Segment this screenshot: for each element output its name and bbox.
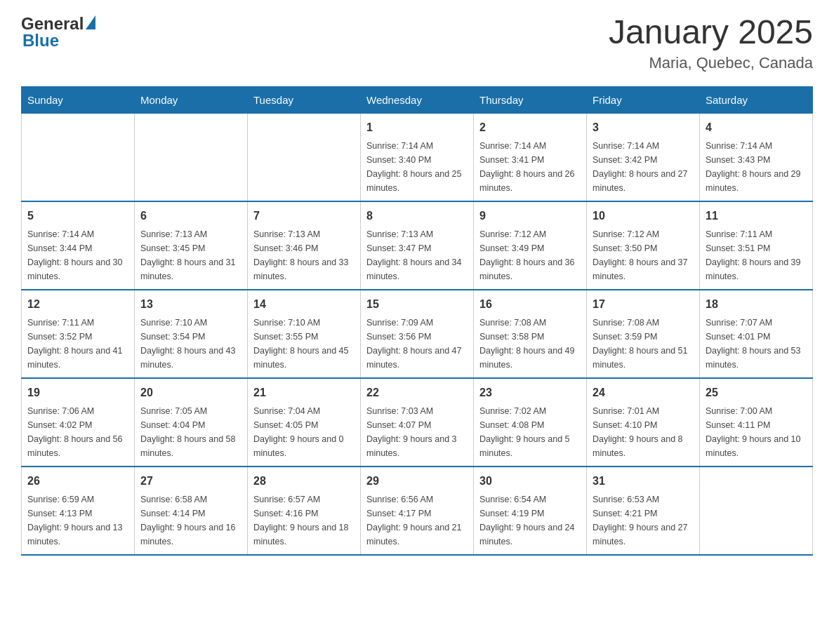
day-number: 6 — [140, 208, 241, 224]
day-number: 23 — [479, 384, 581, 401]
day-info: Sunrise: 7:14 AMSunset: 3:43 PMDaylight:… — [706, 139, 807, 195]
calendar-cell: 7Sunrise: 7:13 AMSunset: 3:46 PMDaylight… — [248, 201, 361, 290]
calendar-header: SundayMondayTuesdayWednesdayThursdayFrid… — [22, 86, 813, 113]
day-info: Sunrise: 7:14 AMSunset: 3:40 PMDaylight:… — [366, 139, 468, 195]
day-number: 21 — [253, 384, 355, 401]
page-header: General Blue January 2025 Maria, Quebec,… — [21, 14, 813, 72]
day-info: Sunrise: 6:59 AMSunset: 4:13 PMDaylight:… — [27, 492, 128, 549]
day-number: 27 — [140, 473, 241, 490]
logo: General Blue — [21, 14, 95, 51]
day-number: 1 — [366, 119, 468, 136]
calendar-cell: 8Sunrise: 7:13 AMSunset: 3:47 PMDaylight… — [361, 201, 474, 290]
day-info: Sunrise: 7:07 AMSunset: 4:01 PMDaylight:… — [706, 316, 807, 372]
calendar-cell — [700, 467, 813, 555]
day-info: Sunrise: 7:09 AMSunset: 3:56 PMDaylight:… — [366, 316, 468, 372]
day-info: Sunrise: 7:10 AMSunset: 3:55 PMDaylight:… — [253, 316, 355, 372]
calendar-cell: 21Sunrise: 7:04 AMSunset: 4:05 PMDayligh… — [248, 378, 361, 467]
day-info: Sunrise: 6:57 AMSunset: 4:16 PMDaylight:… — [253, 492, 355, 549]
page-title: January 2025 — [609, 14, 813, 51]
calendar-cell: 23Sunrise: 7:02 AMSunset: 4:08 PMDayligh… — [474, 378, 587, 467]
day-number: 25 — [706, 384, 807, 401]
calendar-cell: 9Sunrise: 7:12 AMSunset: 3:49 PMDaylight… — [474, 201, 587, 290]
calendar-cell: 2Sunrise: 7:14 AMSunset: 3:41 PMDaylight… — [474, 113, 587, 201]
calendar-cell: 26Sunrise: 6:59 AMSunset: 4:13 PMDayligh… — [22, 467, 135, 555]
day-number: 11 — [706, 208, 807, 224]
calendar-cell: 25Sunrise: 7:00 AMSunset: 4:11 PMDayligh… — [700, 378, 813, 467]
day-info: Sunrise: 7:11 AMSunset: 3:52 PMDaylight:… — [27, 316, 128, 372]
day-number: 15 — [366, 296, 468, 313]
day-number: 8 — [366, 208, 468, 224]
day-header-friday: Friday — [587, 86, 700, 113]
day-number: 28 — [253, 473, 355, 490]
logo-triangle — [86, 15, 95, 29]
day-number: 31 — [593, 473, 694, 490]
day-info: Sunrise: 6:58 AMSunset: 4:14 PMDaylight:… — [140, 492, 241, 549]
calendar-cell: 10Sunrise: 7:12 AMSunset: 3:50 PMDayligh… — [587, 201, 700, 290]
calendar-cell: 17Sunrise: 7:08 AMSunset: 3:59 PMDayligh… — [587, 290, 700, 378]
day-info: Sunrise: 7:13 AMSunset: 3:45 PMDaylight:… — [140, 227, 241, 283]
day-header-wednesday: Wednesday — [361, 86, 474, 113]
day-number: 12 — [27, 296, 128, 313]
calendar-cell: 18Sunrise: 7:07 AMSunset: 4:01 PMDayligh… — [700, 290, 813, 378]
calendar-cell: 11Sunrise: 7:11 AMSunset: 3:51 PMDayligh… — [700, 201, 813, 290]
calendar-cell: 4Sunrise: 7:14 AMSunset: 3:43 PMDaylight… — [700, 113, 813, 201]
day-info: Sunrise: 7:14 AMSunset: 3:42 PMDaylight:… — [593, 139, 694, 195]
day-header-sunday: Sunday — [22, 86, 135, 113]
day-info: Sunrise: 7:02 AMSunset: 4:08 PMDaylight:… — [479, 404, 581, 460]
day-number: 16 — [479, 296, 581, 313]
day-info: Sunrise: 7:13 AMSunset: 3:46 PMDaylight:… — [253, 227, 355, 283]
calendar-table: SundayMondayTuesdayWednesdayThursdayFrid… — [21, 86, 813, 556]
day-number: 9 — [479, 208, 581, 224]
calendar-cell: 20Sunrise: 7:05 AMSunset: 4:04 PMDayligh… — [135, 378, 248, 467]
day-number: 10 — [593, 208, 694, 224]
day-header-tuesday: Tuesday — [248, 86, 361, 113]
day-info: Sunrise: 7:10 AMSunset: 3:54 PMDaylight:… — [140, 316, 241, 372]
day-info: Sunrise: 7:12 AMSunset: 3:49 PMDaylight:… — [479, 227, 581, 283]
day-number: 7 — [253, 208, 355, 224]
day-number: 4 — [706, 119, 807, 136]
day-info: Sunrise: 7:05 AMSunset: 4:04 PMDaylight:… — [140, 404, 241, 460]
calendar-cell: 5Sunrise: 7:14 AMSunset: 3:44 PMDaylight… — [22, 201, 135, 290]
calendar-cell: 28Sunrise: 6:57 AMSunset: 4:16 PMDayligh… — [248, 467, 361, 555]
day-info: Sunrise: 7:03 AMSunset: 4:07 PMDaylight:… — [366, 404, 468, 460]
day-number: 5 — [27, 208, 128, 224]
day-number: 30 — [479, 473, 581, 490]
calendar-cell: 12Sunrise: 7:11 AMSunset: 3:52 PMDayligh… — [22, 290, 135, 378]
calendar-cell: 29Sunrise: 6:56 AMSunset: 4:17 PMDayligh… — [361, 467, 474, 555]
calendar-week-2: 5Sunrise: 7:14 AMSunset: 3:44 PMDaylight… — [22, 201, 813, 290]
calendar-week-1: 1Sunrise: 7:14 AMSunset: 3:40 PMDaylight… — [22, 113, 813, 201]
day-info: Sunrise: 7:01 AMSunset: 4:10 PMDaylight:… — [593, 404, 694, 460]
calendar-cell: 3Sunrise: 7:14 AMSunset: 3:42 PMDaylight… — [587, 113, 700, 201]
day-header-row: SundayMondayTuesdayWednesdayThursdayFrid… — [22, 86, 813, 113]
calendar-week-5: 26Sunrise: 6:59 AMSunset: 4:13 PMDayligh… — [22, 467, 813, 555]
calendar-cell — [248, 113, 361, 201]
calendar-week-3: 12Sunrise: 7:11 AMSunset: 3:52 PMDayligh… — [22, 290, 813, 378]
calendar-week-4: 19Sunrise: 7:06 AMSunset: 4:02 PMDayligh… — [22, 378, 813, 467]
day-number: 2 — [479, 119, 581, 136]
calendar-cell: 15Sunrise: 7:09 AMSunset: 3:56 PMDayligh… — [361, 290, 474, 378]
calendar-cell: 19Sunrise: 7:06 AMSunset: 4:02 PMDayligh… — [22, 378, 135, 467]
day-info: Sunrise: 7:04 AMSunset: 4:05 PMDaylight:… — [253, 404, 355, 460]
day-info: Sunrise: 7:08 AMSunset: 3:59 PMDaylight:… — [593, 316, 694, 372]
day-number: 14 — [253, 296, 355, 313]
calendar-cell: 22Sunrise: 7:03 AMSunset: 4:07 PMDayligh… — [361, 378, 474, 467]
day-info: Sunrise: 7:14 AMSunset: 3:44 PMDaylight:… — [27, 227, 128, 283]
page-subtitle: Maria, Quebec, Canada — [609, 54, 813, 72]
calendar-cell: 6Sunrise: 7:13 AMSunset: 3:45 PMDaylight… — [135, 201, 248, 290]
calendar-cell: 16Sunrise: 7:08 AMSunset: 3:58 PMDayligh… — [474, 290, 587, 378]
calendar-cell — [135, 113, 248, 201]
day-info: Sunrise: 6:53 AMSunset: 4:21 PMDaylight:… — [593, 492, 694, 549]
calendar-body: 1Sunrise: 7:14 AMSunset: 3:40 PMDaylight… — [22, 113, 813, 555]
day-number: 19 — [27, 384, 128, 401]
calendar-cell: 30Sunrise: 6:54 AMSunset: 4:19 PMDayligh… — [474, 467, 587, 555]
calendar-cell: 24Sunrise: 7:01 AMSunset: 4:10 PMDayligh… — [587, 378, 700, 467]
day-info: Sunrise: 7:14 AMSunset: 3:41 PMDaylight:… — [479, 139, 581, 195]
day-info: Sunrise: 7:13 AMSunset: 3:47 PMDaylight:… — [366, 227, 468, 283]
calendar-cell — [22, 113, 135, 201]
logo-blue-text: Blue — [22, 31, 59, 51]
day-info: Sunrise: 7:00 AMSunset: 4:11 PMDaylight:… — [706, 404, 807, 460]
calendar-cell: 27Sunrise: 6:58 AMSunset: 4:14 PMDayligh… — [135, 467, 248, 555]
day-number: 26 — [27, 473, 128, 490]
day-number: 24 — [593, 384, 694, 401]
day-number: 18 — [706, 296, 807, 313]
